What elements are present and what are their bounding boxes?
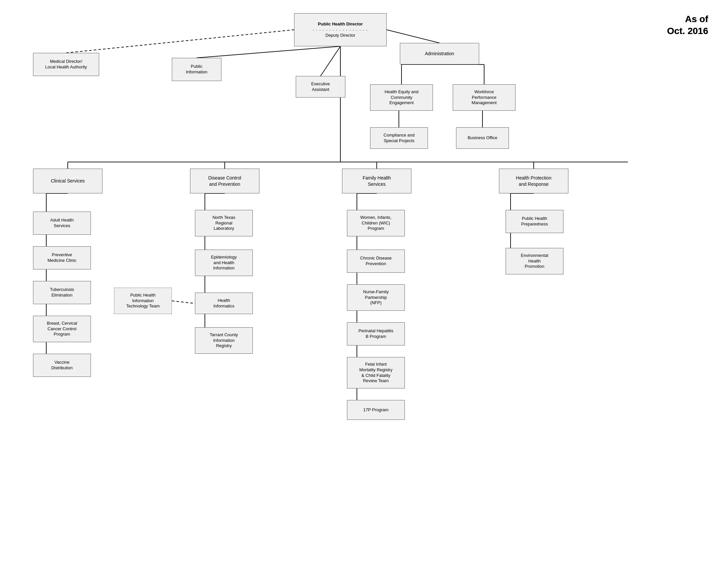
chronic-disease-box: Chronic DiseasePrevention — [347, 249, 405, 273]
health-protection-label: Health Protectionand Response — [516, 175, 551, 187]
svg-line-2 — [197, 46, 340, 58]
wic-label: Women, Infants,Children (WIC)Program — [360, 215, 391, 232]
north-texas-lab-label: North TexasRegionalLaboratory — [212, 215, 235, 232]
health-equity-box: Health Equity andCommunityEngagement — [370, 84, 433, 111]
medical-director-box: Medical Director/Local Health Authority — [33, 53, 99, 76]
business-office-label: Business Office — [468, 135, 497, 141]
org-chart-page: As of Oct. 2016 — [0, 0, 728, 563]
health-informatics-label: HealthInformatics — [213, 298, 235, 309]
svg-line-4 — [387, 30, 440, 43]
public-information-box: PublicInformation — [172, 58, 221, 81]
as-of-text: As ofOct. 2016 — [667, 14, 708, 36]
business-office-box: Business Office — [456, 127, 509, 149]
perinatal-hepatitis-box: Perinatal HepatitisB Program — [347, 322, 405, 346]
connector-lines — [0, 0, 728, 563]
preventive-medicine-box: PreventiveMedicine Clinic — [33, 246, 91, 269]
executive-assistant-label: ExecutiveAssistant — [311, 81, 330, 93]
administration-label: Administration — [425, 51, 454, 56]
deputy-director-title: Deputy Director — [313, 33, 368, 38]
vaccine-distribution-box: VaccineDistribution — [33, 354, 91, 377]
preventive-medicine-label: PreventiveMedicine Clinic — [48, 252, 76, 263]
svg-line-28 — [172, 301, 195, 304]
nurse-family-label: Nurse-FamilyPartnership(NFP) — [363, 289, 389, 306]
environmental-health-label: EnvironmentalHealthPromotion — [521, 253, 548, 270]
north-texas-lab-box: North TexasRegionalLaboratory — [195, 210, 253, 236]
public-health-it-box: Public HealthInformationTechnology Team — [114, 288, 172, 314]
vaccine-distribution-label: VaccineDistribution — [51, 360, 73, 371]
17p-program-label: 17P Program — [363, 407, 388, 413]
workforce-performance-box: WorkforcePerformanceManagement — [453, 84, 516, 111]
health-informatics-box: HealthInformatics — [195, 293, 253, 314]
family-health-box: Family HealthServices — [342, 169, 411, 193]
family-health-label: Family HealthServices — [363, 175, 391, 187]
breast-cervical-label: Breast, CervicalCancer ControlProgram — [47, 321, 77, 338]
administration-box: Administration — [400, 43, 479, 64]
health-equity-label: Health Equity andCommunityEngagement — [385, 89, 419, 106]
wic-box: Women, Infants,Children (WIC)Program — [347, 210, 405, 236]
as-of-label: As ofOct. 2016 — [667, 13, 708, 37]
public-health-director-box: Public Health Director - - - - - - - - -… — [294, 13, 387, 46]
adult-health-box: Adult HealthServices — [33, 211, 91, 235]
epidemiology-label: Epidemiologyand HealthInformation — [211, 254, 237, 271]
svg-line-3 — [321, 46, 340, 76]
medical-director-label: Medical Director/Local Health Authority — [45, 59, 87, 70]
compliance-box: Compliance andSpecial Projects — [370, 127, 428, 149]
fetal-infant-label: Fetal InfantMortality Registry& Child Fa… — [359, 362, 392, 384]
tuberculosis-box: TuberculosisElimination — [33, 281, 91, 304]
executive-assistant-box: ExecutiveAssistant — [296, 76, 345, 97]
tuberculosis-label: TuberculosisElimination — [50, 287, 74, 298]
clinical-services-label: Clinical Services — [51, 178, 85, 184]
public-health-preparedness-box: Public HealthPreparedness — [506, 210, 563, 233]
public-health-preparedness-label: Public HealthPreparedness — [521, 216, 548, 227]
workforce-performance-label: WorkforcePerformanceManagement — [472, 89, 497, 106]
perinatal-hepatitis-label: Perinatal HepatitisB Program — [359, 328, 394, 340]
public-health-director-title: Public Health Director — [313, 21, 368, 27]
clinical-services-box: Clinical Services — [33, 169, 102, 193]
chronic-disease-label: Chronic DiseasePrevention — [360, 255, 392, 267]
nurse-family-box: Nurse-FamilyPartnership(NFP) — [347, 284, 405, 311]
tarrant-county-label: Tarrant CountyInformationRegistry — [210, 332, 238, 349]
public-information-label: PublicInformation — [186, 64, 207, 75]
adult-health-label: Adult HealthServices — [50, 217, 74, 229]
environmental-health-box: EnvironmentalHealthPromotion — [506, 248, 563, 274]
compliance-label: Compliance andSpecial Projects — [384, 132, 415, 144]
breast-cervical-box: Breast, CervicalCancer ControlProgram — [33, 316, 91, 342]
disease-control-box: Disease Controland Prevention — [190, 169, 259, 193]
svg-line-1 — [66, 30, 294, 53]
epidemiology-box: Epidemiologyand HealthInformation — [195, 249, 253, 276]
17p-program-box: 17P Program — [347, 400, 405, 420]
public-health-it-label: Public HealthInformationTechnology Team — [126, 293, 160, 310]
health-protection-box: Health Protectionand Response — [499, 169, 568, 193]
tarrant-county-box: Tarrant CountyInformationRegistry — [195, 327, 253, 354]
phd-separator: - - - - - - - - - - - - - - - - - — [313, 28, 368, 32]
fetal-infant-box: Fetal InfantMortality Registry& Child Fa… — [347, 357, 405, 389]
disease-control-label: Disease Controland Prevention — [208, 175, 241, 187]
